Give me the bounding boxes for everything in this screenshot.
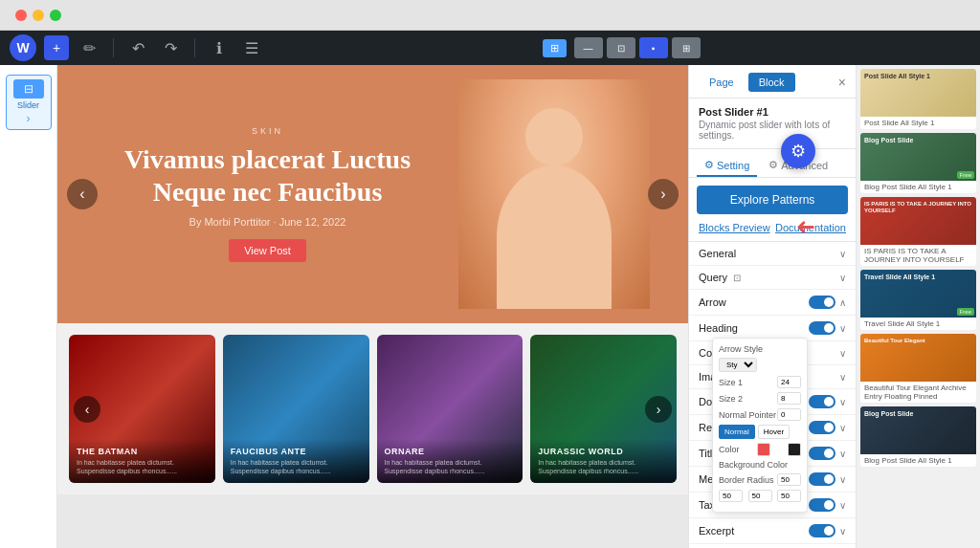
size-row-2: Size 2 [719, 392, 801, 405]
window-buttons [15, 10, 61, 21]
block-info-subtitle: Dynamic post slider with lots of setting… [699, 120, 846, 141]
settings-query-left: Query ⊡ [699, 272, 741, 283]
read-more-toggle[interactable] [809, 421, 835, 434]
border-val-3[interactable] [777, 490, 801, 502]
block-tab[interactable]: Block [748, 73, 795, 92]
list-view-button[interactable]: ☰ [239, 35, 264, 60]
color-swatch-dark[interactable] [788, 443, 801, 456]
settings-excerpt-label: Excerpt [699, 525, 734, 537]
size-input-1[interactable] [777, 376, 801, 388]
border-val-2[interactable] [748, 490, 772, 502]
edit-icon[interactable]: ✏ [77, 35, 101, 60]
border-radius-input[interactable] [777, 473, 801, 486]
slider-text-area: SKIN Vivamus placerat LuctusNeque nec Fa… [96, 126, 439, 261]
panel-tabs: Page Block [699, 73, 795, 92]
preview-img-2: Blog Post Slide Free [860, 133, 976, 181]
slider-next-button[interactable]: › [648, 179, 679, 209]
slider-prev-button[interactable]: ‹ [67, 179, 98, 209]
preview-item-1[interactable]: Post Slide All Style 1 Post Slide All St… [860, 69, 976, 129]
preview-icon[interactable]: ⊞ [543, 39, 567, 57]
close-button[interactable] [15, 10, 27, 21]
preview-item-5[interactable]: Beautiful Tour Elegant Beautiful Tour El… [860, 334, 976, 403]
arrow-toggle[interactable] [809, 296, 835, 309]
card-ornare: ORNARE In hac habitasse platea dictumst.… [377, 335, 523, 483]
slider-block-selector[interactable]: ⊟ Slider › [6, 75, 52, 130]
skin-label: SKIN [96, 126, 439, 136]
advanced-tab-icon: ⚙ [768, 159, 778, 171]
settings-arrow-right: ∧ [809, 296, 846, 309]
minimize-button[interactable] [33, 10, 44, 21]
settings-arrow[interactable]: Arrow ∧ [689, 290, 856, 316]
editor-area: ⊟ Slider › ‹ SKIN Vivamus placerat Luctu… [0, 65, 980, 548]
settings-general-left: General [699, 248, 736, 259]
arrow-style-row: Arrow Style [719, 344, 801, 354]
dot-toggle[interactable] [809, 395, 835, 408]
view-post-button[interactable]: View Post [229, 239, 306, 262]
block-info-title: Post Slider #1 [699, 106, 846, 118]
bg-color-row: Background Color [719, 460, 801, 470]
settings-query[interactable]: Query ⊡ ∨ [689, 266, 856, 290]
preview-img-6: Blog Post Slide [860, 406, 976, 454]
maximize-button[interactable] [50, 10, 61, 21]
canvas: ‹ SKIN Vivamus placerat LuctusNeque nec … [57, 65, 688, 548]
tablet-view-button[interactable]: ⊡ [607, 37, 635, 58]
fullscreen-button[interactable]: ⊞ [672, 37, 701, 58]
card-ornare-overlay: ORNARE In hac habitasse platea dictumst.… [377, 439, 523, 483]
color-row: Color [719, 443, 801, 456]
preview-label-1: Post Slide All Style 1 [860, 117, 976, 129]
card-next-button[interactable]: › [645, 396, 672, 423]
redo-button[interactable]: ↷ [158, 35, 183, 60]
preview-badge-2: Free [957, 308, 974, 316]
preview-item-2[interactable]: Blog Post Slide Free Blog Post Slide All… [860, 133, 976, 193]
setting-tab[interactable]: ⚙ Setting [697, 155, 757, 177]
normal-state-button[interactable]: Normal [719, 425, 755, 439]
taxonomy-toggle[interactable] [809, 498, 835, 512]
preview-label-6: Blog Post Slide All Style 1 [860, 454, 976, 467]
blocks-preview-link[interactable]: Blocks Preview [699, 222, 770, 233]
hover-state-button[interactable]: Hover [758, 425, 790, 439]
slider-content: SKIN Vivamus placerat LuctusNeque nec Fa… [57, 65, 688, 323]
settings-arrow-left: Arrow [699, 296, 726, 308]
title-toggle[interactable] [809, 447, 835, 460]
gear-badge[interactable]: ⚙ [781, 134, 815, 168]
color-label: Color [719, 445, 740, 454]
add-block-button[interactable]: + [44, 35, 69, 60]
normal-pointer-label: Normal Pointer [719, 410, 776, 420]
wp-logo[interactable]: W [10, 34, 36, 61]
chevron-up-icon: ∧ [839, 297, 846, 308]
card-batman-title: THE BATMAN [77, 447, 208, 456]
desktop-view-button[interactable]: ▪ [639, 37, 668, 58]
meta-toggle[interactable] [809, 472, 835, 486]
chevron-down-icon-6: ∨ [839, 397, 846, 407]
card-prev-button[interactable]: ‹ [74, 396, 100, 423]
wp-toolbar: W + ✏ ↶ ↷ ℹ ☰ ⊞ — ⊡ ▪ ⊞ [0, 31, 980, 65]
preview-img-1: Post Slide All Style 1 [860, 69, 976, 117]
heading-toggle[interactable] [809, 321, 835, 335]
arrow-style-select[interactable]: Style 2 Style 1 [719, 358, 757, 372]
preview-item-4[interactable]: Travel Slide All Style 1 Free Travel Sli… [860, 270, 976, 330]
query-info-icon: ⊡ [733, 273, 741, 283]
size-label-1: Size 1 [719, 378, 743, 387]
size-input-2[interactable] [777, 392, 801, 405]
excerpt-toggle[interactable] [809, 524, 835, 537]
explore-patterns-button[interactable]: Explore Patterns [697, 186, 848, 214]
preview-item-3[interactable]: IS PARIS IS TO TAKE A JOURNEY INTO YOURS… [860, 197, 976, 266]
undo-button[interactable]: ↶ [125, 35, 150, 60]
color-swatch[interactable] [757, 443, 770, 456]
settings-heading-label: Heading [699, 322, 738, 334]
mobile-view-button[interactable]: — [574, 37, 603, 58]
chevron-down-icon-4: ∨ [839, 348, 846, 359]
preview-label-2: Blog Post Slide All Style 1 [860, 181, 976, 193]
normal-pointer-row: Normal Pointer [719, 408, 801, 421]
page-tab[interactable]: Page [699, 73, 745, 92]
settings-advanced[interactable]: Advanced ∨ [689, 544, 856, 548]
block-arrow-icon: › [27, 112, 31, 125]
info-button[interactable]: ℹ [207, 35, 232, 60]
panel-close-button[interactable]: × [838, 75, 846, 90]
settings-taxonomy-right: ∨ [809, 498, 846, 512]
preview-item-6[interactable]: Blog Post Slide Blog Post Slide All Styl… [860, 406, 976, 467]
normal-pointer-input[interactable] [777, 408, 801, 421]
settings-excerpt[interactable]: Excerpt ∨ [689, 518, 856, 544]
settings-general[interactable]: General ∨ [689, 242, 856, 266]
border-val-1[interactable] [719, 490, 743, 502]
